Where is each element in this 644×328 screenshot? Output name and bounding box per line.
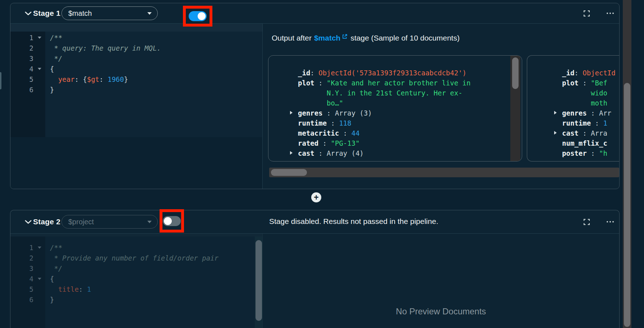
doc-field-separator: :	[310, 68, 318, 78]
stage1-fullscreen-button[interactable]	[580, 7, 593, 19]
code-token	[50, 285, 58, 293]
gutter-fold-column	[33, 68, 45, 70]
doc-field-value: "h	[599, 148, 607, 158]
doc-caret-column	[554, 68, 562, 78]
stage1-code-lines: 1/**2 * query: The query in MQL.3 */4{5 …	[10, 32, 262, 95]
stage2-options-button[interactable]	[604, 216, 616, 228]
doc-field-key: genres	[298, 108, 323, 118]
preview-hscrollbar-track[interactable]	[269, 168, 619, 177]
doc-field-value: 44	[351, 128, 360, 138]
doc-field-value: Arr	[599, 108, 611, 118]
caret-right-icon[interactable]	[554, 131, 557, 135]
panel-resize-handle[interactable]	[0, 72, 1, 89]
caret-down-icon	[147, 12, 152, 15]
code-line: 4{	[10, 273, 262, 284]
doc-caret-column	[290, 68, 298, 78]
doc-field-key: runtime	[562, 118, 591, 128]
code-line: 4{	[10, 64, 262, 74]
preview-hscrollbar-thumb[interactable]	[271, 169, 307, 176]
doc-field-row: num_mflix_c	[533, 138, 619, 148]
add-stage-button[interactable]: +	[311, 192, 321, 202]
caret-right-icon[interactable]	[290, 151, 293, 155]
annotation-box-stage1-toggle	[183, 6, 212, 27]
doc-caret-column	[554, 108, 562, 118]
doc-field-row: plot : "Bef wido moth	[533, 78, 619, 108]
doc-field-separator: :	[591, 118, 603, 128]
doc-field-row: runtime : 1	[533, 118, 619, 128]
match-docs-link[interactable]: $match	[314, 34, 341, 42]
code-text: {	[45, 275, 54, 283]
code-token: :	[79, 285, 87, 293]
doc-field-separator: :	[587, 148, 599, 158]
line-number: 3	[10, 55, 33, 62]
line-number: 5	[10, 75, 33, 83]
doc-caret-column	[290, 138, 298, 148]
caret-right-icon[interactable]	[290, 111, 293, 114]
code-line: 6}	[10, 294, 262, 305]
doc-field-key: plot	[562, 78, 579, 108]
stage2-header: Stage 2 $project Stage disabled. Results…	[10, 210, 619, 234]
fold-caret-icon[interactable]	[38, 37, 41, 39]
fold-caret-icon[interactable]	[38, 278, 41, 280]
code-token: 1960	[107, 75, 124, 83]
doc-caret-column	[290, 148, 298, 158]
caret-right-icon[interactable]	[554, 111, 557, 114]
preview-document-card-2: _id: ObjectIdplot : "Bef wido mothgenres…	[527, 55, 619, 161]
code-token: }	[50, 86, 54, 94]
code-line: 6}	[10, 84, 262, 95]
code-line: 3 */	[10, 53, 262, 64]
toggle-knob	[164, 217, 172, 225]
doc-field-separator: :	[587, 108, 599, 118]
doc-caret-column	[554, 78, 562, 108]
code-token: year	[58, 75, 75, 83]
stage2-disabled-message: Stage disabled. Results not passed in th…	[269, 217, 438, 226]
stage2-collapse-button[interactable]	[23, 217, 33, 228]
stage2-code-lines: 1/**2 * Provide any number of field/orde…	[10, 242, 262, 305]
code-text: * query: The query in MQL.	[45, 44, 161, 52]
stage2-editor[interactable]: 1/**2 * Provide any number of field/orde…	[10, 234, 263, 328]
plus-icon: +	[314, 193, 318, 202]
stage1-collapse-button[interactable]	[23, 8, 33, 19]
doc-field-row: genres : Arr	[533, 108, 619, 118]
doc-field-row: plot : "Kate and her actor brother live …	[268, 78, 505, 108]
annotation-box-stage2-toggle	[160, 209, 184, 233]
stage1-operator-dropdown[interactable]: $match	[61, 6, 158, 20]
preview-title-prefix: Output after	[272, 34, 312, 42]
external-link-icon	[342, 34, 348, 39]
code-token: }	[50, 296, 54, 304]
doc-field-row: rated : "PG-13"	[268, 138, 505, 148]
editor-scrollbar-track[interactable]	[255, 236, 263, 328]
code-line: 2 * Provide any number of field/order pa…	[10, 253, 262, 263]
document-scrollbar-thumb[interactable]	[512, 57, 519, 89]
fold-caret-icon[interactable]	[38, 247, 41, 249]
stage1-options-button[interactable]	[604, 7, 616, 19]
line-number: 5	[10, 285, 33, 293]
code-token	[50, 75, 58, 83]
doc-field-key: cast	[298, 148, 314, 158]
editor-scrollbar-thumb[interactable]	[256, 240, 262, 321]
page-scrollbar-thumb[interactable]	[624, 83, 630, 327]
doc-field-value: Arra	[591, 128, 607, 138]
doc-field-value: "Bef wido moth	[591, 78, 607, 108]
stage2-enable-toggle[interactable]	[163, 216, 181, 226]
doc-field-key: runtime	[298, 118, 327, 128]
doc-caret-column	[290, 128, 298, 138]
line-number: 4	[10, 275, 33, 283]
doc-field-key: rated	[298, 138, 318, 148]
stage2-fullscreen-button[interactable]	[580, 216, 593, 228]
stage2-operator-dropdown[interactable]: $project	[61, 215, 158, 229]
document-scrollbar-track[interactable]	[510, 56, 520, 161]
stage1-preview-title: Output after $match stage (Sample of 10 …	[272, 34, 460, 42]
code-token: */	[50, 55, 62, 62]
doc-field-value: ObjectId	[583, 68, 616, 78]
stage1-enable-toggle[interactable]	[189, 11, 207, 21]
stage2-card: Stage 2 $project Stage disabled. Results…	[10, 210, 620, 328]
doc-caret-column	[290, 78, 298, 108]
gutter-fold-column	[33, 247, 45, 249]
doc-field-separator: :	[314, 78, 327, 108]
code-token: {	[50, 65, 54, 73]
editor-top-strip	[10, 24, 262, 32]
stage1-editor[interactable]: 1/**2 * query: The query in MQL.3 */4{5 …	[10, 24, 263, 189]
editor-top-strip	[10, 234, 262, 236]
fold-caret-icon[interactable]	[38, 68, 41, 70]
